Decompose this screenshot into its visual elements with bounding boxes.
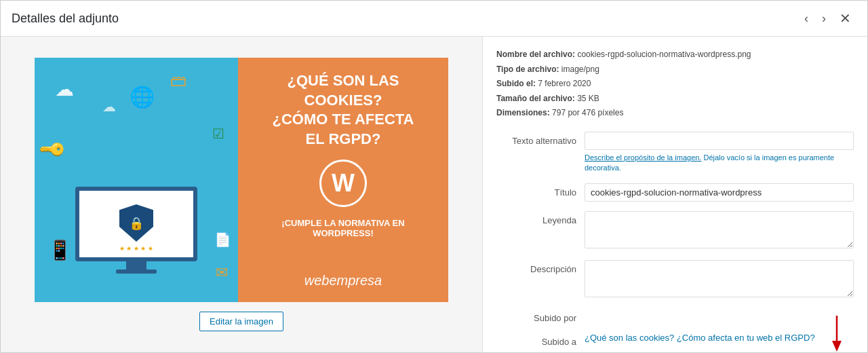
uploaded-by-row: Subido por [496, 309, 854, 323]
metadata-panel: Nombre del archivo: cookies-rgpd-solucio… [482, 37, 867, 352]
dimensiones-value: 797 por 476 píxeles [552, 108, 623, 117]
alt-text-row: Texto alternativo Describe el propósito … [496, 132, 854, 174]
nombre-label: Nombre del archivo: [496, 50, 575, 59]
alt-text-field: Describe el propósito de la imagen. Déja… [585, 132, 854, 174]
description-label: Descripción [496, 260, 585, 274]
caption-label: Leyenda [496, 211, 585, 225]
image-subtitle: ¡CUMPLE LA NORMATIVA EN WORDPRESS! [252, 218, 435, 238]
uploaded-by-label: Subido por [496, 309, 585, 323]
check-icon: ☑ [212, 126, 224, 142]
subido-el-label: Subido el: [496, 79, 536, 88]
dimensiones-label: Dimensiones: [496, 108, 550, 117]
close-button[interactable]: ✕ [834, 7, 856, 29]
cloud-icon-2: ☁ [102, 98, 116, 115]
globe-icon: 🌐 [130, 85, 155, 109]
image-panel: ☁ ☁ 🌐 🗃 🔑 ☑ 📱 ✉ 📄 [1, 37, 482, 352]
alt-text-input[interactable] [585, 132, 854, 150]
key-icon: 🔑 [37, 134, 68, 165]
shield-body: 🔒 [119, 204, 153, 242]
caption-row: Leyenda [496, 211, 854, 250]
description-row: Descripción [496, 260, 854, 299]
description-textarea[interactable] [585, 260, 854, 297]
uploaded-to-row: Subido a ¿Qué son las cookies? ¿Cómo afe… [496, 333, 854, 347]
dialog-title: Detalles del adjunto [12, 12, 119, 26]
alt-text-hint: Describe el propósito de la imagen. Déja… [585, 153, 854, 174]
attachment-details-dialog: Detalles del adjunto ‹ › ✕ ☁ ☁ 🌐 🗃 🔑 [0, 0, 868, 353]
edit-image-button[interactable]: Editar la imagen [199, 312, 283, 331]
monitor-stand [126, 261, 146, 270]
tipo-value: image/png [561, 64, 599, 74]
tamano-value: 35 KB [577, 94, 599, 103]
image-brand: webempresa [304, 273, 382, 289]
image-wrapper: ☁ ☁ 🌐 🗃 🔑 ☑ 📱 ✉ 📄 [35, 58, 448, 302]
tipo-label: Tipo de archivo: [496, 64, 559, 74]
dialog-body: ☁ ☁ 🌐 🗃 🔑 ☑ 📱 ✉ 📄 [1, 37, 867, 352]
lock-icon: 🔒 [129, 216, 144, 231]
title-input[interactable] [585, 183, 854, 202]
uploaded-to-link[interactable]: ¿Qué son las cookies? ¿Cómo afecta en tu… [585, 333, 815, 343]
file-info: Nombre del archivo: cookies-rgpd-solucio… [496, 48, 854, 121]
wordpress-logo: W [319, 160, 367, 207]
cloud-icon-1: ☁ [55, 78, 74, 100]
alt-text-label: Texto alternativo [496, 132, 585, 146]
header-navigation: ‹ › ✕ [799, 7, 856, 29]
image-preview: ☁ ☁ 🌐 🗃 🔑 ☑ 📱 ✉ 📄 [35, 58, 448, 302]
tamano-label: Tamaño del archivo: [496, 94, 575, 103]
next-button[interactable]: › [816, 9, 831, 29]
dialog-header: Detalles del adjunto ‹ › ✕ [1, 1, 867, 37]
stars-decoration: ★ ★ ★ ★ ★ [119, 245, 153, 252]
nombre-value: cookies-rgpd-solucion-normativa-wordpres… [577, 50, 751, 59]
prev-button[interactable]: ‹ [799, 9, 814, 29]
caption-field [585, 211, 854, 250]
envelope-icon: ✉ [216, 264, 228, 282]
shield-decoration: 🔒 [119, 204, 153, 244]
monitor-base [116, 270, 157, 274]
monitor-decoration: 🔒 ★ ★ ★ ★ ★ [68, 187, 204, 275]
svg-marker-1 [832, 341, 842, 352]
caption-textarea[interactable] [585, 211, 854, 248]
subido-el-value: 7 febrero 2020 [538, 79, 591, 88]
uploaded-to-label: Subido a [496, 333, 585, 347]
alt-hint-link[interactable]: Describe el propósito de la imagen. [585, 153, 701, 162]
title-field [585, 183, 854, 202]
title-label: Título [496, 183, 585, 198]
red-arrow-svg [813, 312, 847, 352]
description-field [585, 260, 854, 299]
briefcase-icon: 🗃 [170, 71, 186, 90]
document-icon: 📄 [214, 231, 231, 248]
image-right-section: ¿QUÉ SON LAS COOKIES? ¿CÓMO TE AFECTA EL… [238, 58, 448, 302]
title-row: Título [496, 183, 854, 202]
monitor-screen: 🔒 ★ ★ ★ ★ ★ [75, 187, 197, 261]
image-title: ¿QUÉ SON LAS COOKIES? ¿CÓMO TE AFECTA EL… [273, 71, 414, 149]
image-left-section: ☁ ☁ 🌐 🗃 🔑 ☑ 📱 ✉ 📄 [35, 58, 238, 302]
